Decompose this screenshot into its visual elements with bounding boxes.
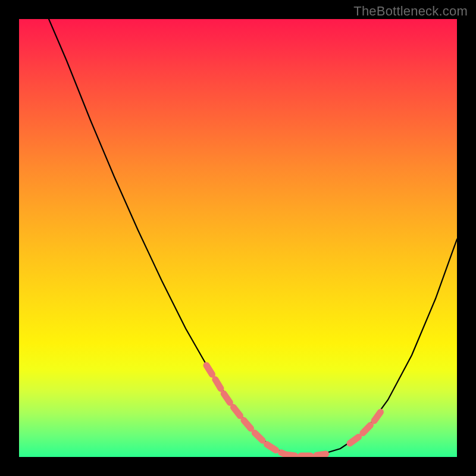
curve-layer bbox=[19, 19, 457, 457]
highlight-dash bbox=[317, 454, 326, 455]
plot-area bbox=[19, 19, 457, 457]
highlight-dash bbox=[224, 394, 230, 403]
highlight-dash bbox=[286, 455, 295, 456]
highlight-dash bbox=[350, 437, 359, 443]
highlight-dash bbox=[233, 408, 240, 416]
highlight-dash bbox=[267, 444, 276, 450]
bottleneck-curve bbox=[49, 19, 457, 456]
highlight-dashes-bottom bbox=[286, 454, 326, 456]
highlight-dashes-right bbox=[350, 412, 380, 443]
chart-frame: TheBottleneck.com bbox=[0, 0, 476, 476]
highlight-dash bbox=[374, 412, 381, 421]
highlight-dash bbox=[206, 365, 212, 374]
highlight-dash bbox=[215, 380, 221, 389]
highlight-dash bbox=[244, 420, 251, 428]
highlight-dash bbox=[363, 425, 370, 433]
highlight-dash bbox=[255, 433, 262, 441]
highlight-dashes-left bbox=[206, 365, 284, 454]
watermark-text: TheBottleneck.com bbox=[353, 4, 468, 19]
